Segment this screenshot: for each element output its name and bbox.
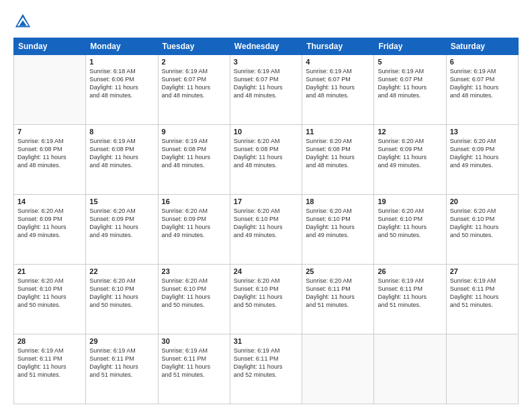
- table-row: 5Sunrise: 6:19 AMSunset: 6:07 PMDaylight…: [374, 55, 446, 125]
- day-number: 23: [162, 267, 226, 275]
- page: Sunday Monday Tuesday Wednesday Thursday…: [0, 0, 532, 411]
- table-row: 25Sunrise: 6:20 AMSunset: 6:11 PMDayligh…: [302, 265, 374, 334]
- calendar-week-row: 7Sunrise: 6:19 AMSunset: 6:08 PMDaylight…: [14, 125, 519, 195]
- day-info: Sunrise: 6:19 AMSunset: 6:08 PMDaylight:…: [89, 137, 154, 170]
- table-row: 17Sunrise: 6:20 AMSunset: 6:10 PMDayligh…: [230, 195, 302, 265]
- table-row: 16Sunrise: 6:20 AMSunset: 6:09 PMDayligh…: [158, 195, 230, 265]
- day-info: Sunrise: 6:20 AMSunset: 6:10 PMDaylight:…: [162, 277, 226, 310]
- day-info: Sunrise: 6:19 AMSunset: 6:11 PMDaylight:…: [378, 277, 442, 310]
- table-row: 1Sunrise: 6:18 AMSunset: 6:06 PMDaylight…: [86, 55, 158, 125]
- day-info: Sunrise: 6:20 AMSunset: 6:09 PMDaylight:…: [17, 207, 82, 240]
- day-number: 2: [162, 58, 226, 66]
- day-info: Sunrise: 6:18 AMSunset: 6:06 PMDaylight:…: [89, 67, 154, 100]
- day-number: 18: [306, 197, 370, 205]
- day-number: 14: [17, 197, 82, 205]
- table-row: 31Sunrise: 6:19 AMSunset: 6:11 PMDayligh…: [230, 334, 302, 404]
- day-info: Sunrise: 6:20 AMSunset: 6:09 PMDaylight:…: [378, 137, 442, 170]
- day-info: Sunrise: 6:19 AMSunset: 6:07 PMDaylight:…: [378, 67, 442, 100]
- day-info: Sunrise: 6:19 AMSunset: 6:08 PMDaylight:…: [17, 137, 82, 170]
- table-row: 11Sunrise: 6:20 AMSunset: 6:08 PMDayligh…: [302, 125, 374, 195]
- table-row: [374, 334, 446, 404]
- day-info: Sunrise: 6:20 AMSunset: 6:08 PMDaylight:…: [234, 137, 298, 170]
- table-row: 7Sunrise: 6:19 AMSunset: 6:08 PMDaylight…: [14, 125, 86, 195]
- day-number: 3: [234, 58, 298, 66]
- day-number: 4: [306, 58, 370, 66]
- table-row: 4Sunrise: 6:19 AMSunset: 6:07 PMDaylight…: [302, 55, 374, 125]
- table-row: 24Sunrise: 6:20 AMSunset: 6:10 PMDayligh…: [230, 265, 302, 334]
- table-row: 6Sunrise: 6:19 AMSunset: 6:07 PMDaylight…: [446, 55, 518, 125]
- table-row: [302, 334, 374, 404]
- table-row: 10Sunrise: 6:20 AMSunset: 6:08 PMDayligh…: [230, 125, 302, 195]
- logo-icon: [13, 12, 32, 31]
- day-number: 30: [162, 337, 226, 345]
- table-row: 27Sunrise: 6:19 AMSunset: 6:11 PMDayligh…: [446, 265, 518, 334]
- calendar-table: Sunday Monday Tuesday Wednesday Thursday…: [13, 38, 519, 404]
- table-row: 21Sunrise: 6:20 AMSunset: 6:10 PMDayligh…: [14, 265, 86, 334]
- table-row: 20Sunrise: 6:20 AMSunset: 6:10 PMDayligh…: [446, 195, 518, 265]
- table-row: 18Sunrise: 6:20 AMSunset: 6:10 PMDayligh…: [302, 195, 374, 265]
- day-info: Sunrise: 6:20 AMSunset: 6:10 PMDaylight:…: [234, 207, 298, 240]
- day-info: Sunrise: 6:19 AMSunset: 6:08 PMDaylight:…: [162, 137, 226, 170]
- calendar-header-row: Sunday Monday Tuesday Wednesday Thursday…: [14, 38, 519, 55]
- day-info: Sunrise: 6:19 AMSunset: 6:11 PMDaylight:…: [234, 347, 298, 379]
- table-row: 14Sunrise: 6:20 AMSunset: 6:09 PMDayligh…: [14, 195, 86, 265]
- day-info: Sunrise: 6:20 AMSunset: 6:10 PMDaylight:…: [306, 207, 370, 240]
- day-info: Sunrise: 6:20 AMSunset: 6:09 PMDaylight:…: [162, 207, 226, 240]
- day-number: 24: [234, 267, 298, 275]
- day-number: 17: [234, 197, 298, 205]
- col-monday: Monday: [86, 38, 158, 55]
- col-wednesday: Wednesday: [230, 38, 302, 55]
- day-number: 9: [162, 128, 226, 136]
- table-row: 23Sunrise: 6:20 AMSunset: 6:10 PMDayligh…: [158, 265, 230, 334]
- day-info: Sunrise: 6:19 AMSunset: 6:07 PMDaylight:…: [450, 67, 515, 100]
- day-info: Sunrise: 6:19 AMSunset: 6:11 PMDaylight:…: [89, 347, 154, 379]
- day-number: 25: [306, 267, 370, 275]
- day-number: 26: [378, 267, 442, 275]
- day-number: 12: [378, 128, 442, 136]
- day-info: Sunrise: 6:19 AMSunset: 6:07 PMDaylight:…: [162, 67, 226, 100]
- day-number: 29: [89, 337, 154, 345]
- day-info: Sunrise: 6:20 AMSunset: 6:10 PMDaylight:…: [17, 277, 82, 310]
- calendar-week-row: 14Sunrise: 6:20 AMSunset: 6:09 PMDayligh…: [14, 195, 519, 265]
- day-number: 1: [89, 58, 154, 66]
- table-row: 8Sunrise: 6:19 AMSunset: 6:08 PMDaylight…: [86, 125, 158, 195]
- table-row: 19Sunrise: 6:20 AMSunset: 6:10 PMDayligh…: [374, 195, 446, 265]
- day-info: Sunrise: 6:20 AMSunset: 6:10 PMDaylight:…: [450, 207, 515, 240]
- day-number: 31: [234, 337, 298, 345]
- col-friday: Friday: [374, 38, 446, 55]
- day-info: Sunrise: 6:20 AMSunset: 6:09 PMDaylight:…: [89, 207, 154, 240]
- day-number: 15: [89, 197, 154, 205]
- day-number: 6: [450, 58, 515, 66]
- day-info: Sunrise: 6:20 AMSunset: 6:08 PMDaylight:…: [306, 137, 370, 170]
- table-row: 9Sunrise: 6:19 AMSunset: 6:08 PMDaylight…: [158, 125, 230, 195]
- col-tuesday: Tuesday: [158, 38, 230, 55]
- day-info: Sunrise: 6:19 AMSunset: 6:07 PMDaylight:…: [234, 67, 298, 100]
- calendar-week-row: 21Sunrise: 6:20 AMSunset: 6:10 PMDayligh…: [14, 265, 519, 334]
- day-info: Sunrise: 6:19 AMSunset: 6:11 PMDaylight:…: [162, 347, 226, 379]
- table-row: 12Sunrise: 6:20 AMSunset: 6:09 PMDayligh…: [374, 125, 446, 195]
- day-info: Sunrise: 6:19 AMSunset: 6:11 PMDaylight:…: [450, 277, 515, 310]
- table-row: [14, 55, 86, 125]
- day-number: 13: [450, 128, 515, 136]
- day-info: Sunrise: 6:20 AMSunset: 6:10 PMDaylight:…: [89, 277, 154, 310]
- day-number: 28: [17, 337, 82, 345]
- day-info: Sunrise: 6:20 AMSunset: 6:10 PMDaylight:…: [378, 207, 442, 240]
- day-number: 20: [450, 197, 515, 205]
- day-info: Sunrise: 6:19 AMSunset: 6:07 PMDaylight:…: [306, 67, 370, 100]
- day-number: 19: [378, 197, 442, 205]
- table-row: 13Sunrise: 6:20 AMSunset: 6:09 PMDayligh…: [446, 125, 518, 195]
- day-info: Sunrise: 6:19 AMSunset: 6:11 PMDaylight:…: [17, 347, 82, 379]
- table-row: 29Sunrise: 6:19 AMSunset: 6:11 PMDayligh…: [86, 334, 158, 404]
- calendar-week-row: 1Sunrise: 6:18 AMSunset: 6:06 PMDaylight…: [14, 55, 519, 125]
- table-row: 15Sunrise: 6:20 AMSunset: 6:09 PMDayligh…: [86, 195, 158, 265]
- col-saturday: Saturday: [446, 38, 518, 55]
- table-row: 3Sunrise: 6:19 AMSunset: 6:07 PMDaylight…: [230, 55, 302, 125]
- table-row: 22Sunrise: 6:20 AMSunset: 6:10 PMDayligh…: [86, 265, 158, 334]
- header: [13, 12, 519, 31]
- table-row: 30Sunrise: 6:19 AMSunset: 6:11 PMDayligh…: [158, 334, 230, 404]
- day-info: Sunrise: 6:20 AMSunset: 6:11 PMDaylight:…: [306, 277, 370, 310]
- logo: [13, 12, 35, 31]
- table-row: 26Sunrise: 6:19 AMSunset: 6:11 PMDayligh…: [374, 265, 446, 334]
- day-number: 21: [17, 267, 82, 275]
- day-number: 10: [234, 128, 298, 136]
